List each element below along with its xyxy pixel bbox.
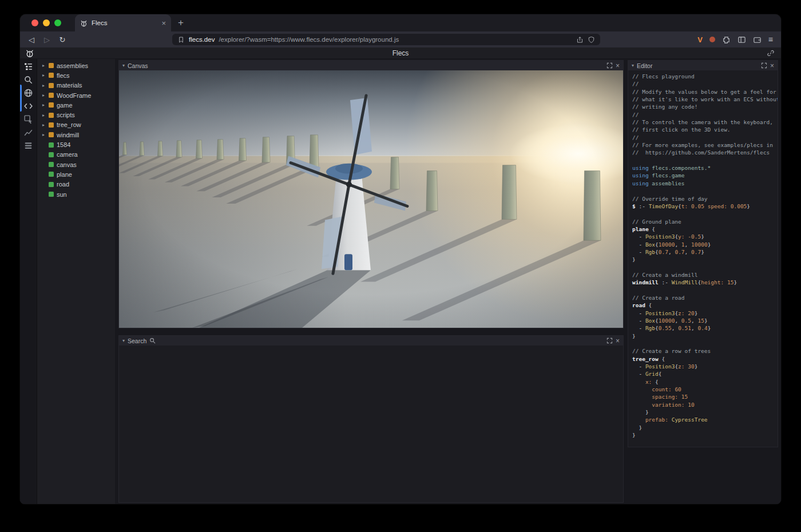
close-icon[interactable]: ×	[770, 62, 774, 69]
tree-item-plane[interactable]: plane	[37, 169, 115, 179]
code-line: - Rgb{0.7, 0.7, 0.7}	[632, 248, 778, 256]
commands-icon[interactable]	[23, 141, 33, 150]
menu-icon[interactable]: ≡	[768, 35, 773, 44]
toolbar-extensions-area: V ≡	[697, 35, 775, 44]
entity-color-swatch	[49, 152, 54, 157]
tree-item-windmill[interactable]: ▸windmill	[37, 130, 115, 140]
tree-item-materials[interactable]: ▸materials	[37, 81, 115, 90]
browser-tab[interactable]: Flecs ×	[75, 14, 171, 31]
code-line: // first click on the 3D view.	[632, 126, 778, 133]
wallet-icon[interactable]	[753, 35, 762, 44]
chevron-down-icon[interactable]: ▾	[122, 63, 125, 68]
close-window-button[interactable]	[31, 19, 38, 26]
inspect-icon[interactable]	[23, 114, 33, 124]
search-results-area[interactable]	[119, 346, 623, 502]
close-icon[interactable]: ×	[616, 62, 620, 69]
tree-item-tree_row[interactable]: ▸tree_row	[37, 120, 115, 130]
zoom-window-button[interactable]	[54, 19, 61, 26]
tree-item-sun[interactable]: sun	[37, 189, 115, 199]
chevron-down-icon[interactable]: ▾	[122, 338, 125, 343]
search-panel-header: ▾ Search ×	[119, 336, 623, 346]
code-line: // For more examples, see examples/plecs…	[632, 141, 778, 149]
reload-button[interactable]: ↻	[57, 35, 68, 44]
activity-bar	[20, 59, 37, 504]
window-controls	[31, 19, 61, 26]
entity-color-swatch	[49, 102, 54, 108]
forward-button[interactable]: ▷	[41, 35, 53, 44]
code-line	[632, 157, 778, 164]
shields-icon[interactable]	[588, 36, 595, 43]
tree-item-assemblies[interactable]: ▸assemblies	[37, 61, 115, 70]
expand-arrow-icon[interactable]: ▸	[41, 132, 46, 137]
code-line: plane {	[632, 225, 778, 233]
editor-code[interactable]: // Flecs playground//// Modify the value…	[628, 70, 778, 447]
tree-item-road[interactable]: road	[37, 180, 115, 189]
code-line	[632, 187, 778, 194]
close-icon[interactable]: ×	[616, 338, 620, 344]
code-line: windmill :- WindMill{height: 15}	[632, 279, 778, 286]
tab-strip: Flecs × +	[20, 14, 781, 31]
browser-window: Flecs × + ◁ ▷ ↻ flecs.dev/explorer/?wasm…	[20, 14, 781, 504]
tree-item-game[interactable]: ▸game	[37, 100, 115, 110]
tree-item-WoodFrame[interactable]: ▸WoodFrame	[37, 90, 115, 100]
magnifier-icon	[149, 338, 156, 344]
code-line: //	[632, 80, 778, 88]
expand-icon[interactable]	[606, 62, 613, 69]
code-line: - Box{10000, 1, 10000}	[632, 241, 778, 248]
tree-item-label: windmill	[57, 132, 79, 138]
entity-color-swatch	[49, 122, 54, 128]
tree-item-label: camera	[57, 151, 78, 158]
expand-arrow-icon[interactable]: ▸	[41, 102, 46, 108]
code-line: prefab: CypressTree	[632, 416, 778, 423]
tree-item-1584[interactable]: 1584	[37, 140, 115, 149]
tab-close-button[interactable]: ×	[161, 19, 166, 27]
code-line: // Flecs playground	[632, 73, 778, 80]
tree-item-label: materials	[57, 82, 82, 89]
code-line: - Grid{	[632, 370, 778, 378]
tree-item-label: game	[57, 102, 73, 109]
entity-color-swatch	[49, 113, 54, 118]
expand-arrow-icon[interactable]: ▸	[41, 93, 46, 98]
expand-arrow-icon[interactable]: ▸	[41, 83, 46, 88]
tree-item-camera[interactable]: camera	[37, 150, 115, 160]
canvas-3d-view[interactable]	[119, 70, 623, 328]
code-line: // Override time of day	[632, 195, 778, 203]
tree-item-label: tree_row	[57, 121, 81, 128]
sidebar-icon[interactable]	[737, 35, 746, 44]
tab-title: Flecs	[92, 19, 157, 26]
brave-vpn-icon[interactable]: V	[697, 35, 703, 44]
expand-arrow-icon[interactable]: ▸	[41, 113, 46, 118]
editor-panel-title: Editor	[637, 62, 652, 69]
expand-arrow-icon[interactable]: ▸	[41, 122, 46, 128]
expand-icon[interactable]	[606, 338, 613, 344]
expand-icon[interactable]	[761, 62, 767, 69]
code-line: // To control the camera with the keyboa…	[632, 118, 778, 126]
expand-arrow-icon[interactable]: ▸	[41, 63, 46, 68]
explorer-content: ▸assemblies▸flecs▸materials▸WoodFrame▸ga…	[20, 59, 781, 504]
tree-item-canvas[interactable]: canvas	[37, 160, 115, 169]
code-line: using assemblies	[632, 180, 778, 187]
expand-arrow-icon[interactable]: ▸	[41, 73, 46, 78]
browser-toolbar: ◁ ▷ ↻ flecs.dev/explorer/?wasm=https://w…	[20, 31, 781, 47]
tree-item-scripts[interactable]: ▸scripts	[37, 110, 115, 120]
code-icon[interactable]	[23, 101, 33, 111]
back-button[interactable]: ◁	[26, 35, 37, 44]
code-line: - Position3{z: 20}	[632, 309, 778, 317]
chevron-down-icon[interactable]: ▾	[632, 63, 634, 68]
new-tab-button[interactable]: +	[178, 17, 184, 29]
bookmark-icon[interactable]	[177, 36, 185, 43]
entity-color-swatch	[49, 132, 54, 137]
share-icon[interactable]	[576, 36, 584, 43]
address-bar[interactable]: flecs.dev/explorer/?wasm=https://www.fle…	[172, 34, 600, 45]
extensions-puzzle-icon[interactable]	[722, 35, 731, 44]
world-icon[interactable]	[23, 88, 33, 98]
tree-item-label: scripts	[57, 112, 75, 118]
share-link-icon[interactable]	[767, 49, 775, 57]
stats-icon[interactable]	[23, 128, 33, 137]
minimize-window-button[interactable]	[43, 19, 50, 26]
entities-icon[interactable]	[23, 62, 33, 72]
tree-item-flecs[interactable]: ▸flecs	[37, 70, 115, 80]
extension-icon[interactable]	[709, 37, 715, 42]
search-icon[interactable]	[23, 75, 33, 85]
code-line	[632, 264, 778, 271]
